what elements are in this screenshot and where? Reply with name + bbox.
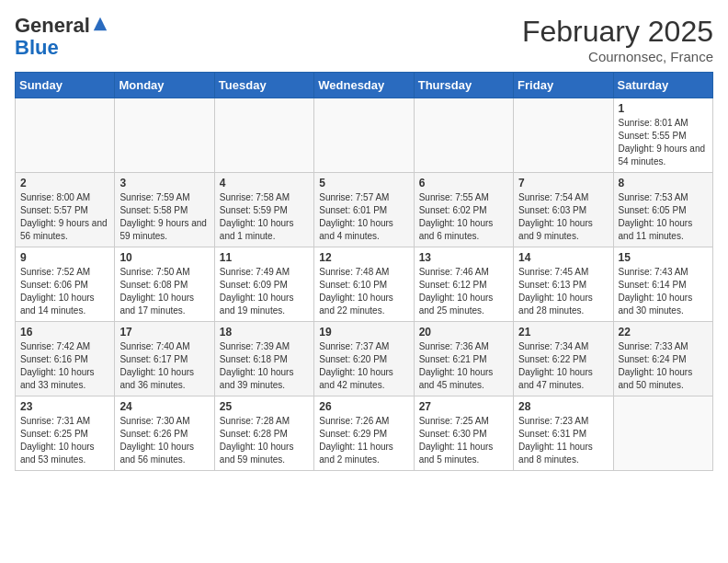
day-number: 14 xyxy=(518,251,608,264)
logo: General Blue xyxy=(15,15,108,59)
day-info: Sunrise: 7:42 AM Sunset: 6:16 PM Dayligh… xyxy=(20,340,109,392)
calendar-cell: 24Sunrise: 7:30 AM Sunset: 6:26 PM Dayli… xyxy=(115,396,214,471)
calendar-cell: 19Sunrise: 7:37 AM Sunset: 6:20 PM Dayli… xyxy=(314,322,414,396)
day-info: Sunrise: 7:31 AM Sunset: 6:25 PM Dayligh… xyxy=(20,415,109,466)
calendar-cell: 2Sunrise: 8:00 AM Sunset: 5:57 PM Daylig… xyxy=(16,173,115,247)
calendar-week-row: 1Sunrise: 8:01 AM Sunset: 5:55 PM Daylig… xyxy=(16,98,713,173)
day-number: 26 xyxy=(319,400,408,413)
day-info: Sunrise: 7:59 AM Sunset: 5:58 PM Dayligh… xyxy=(119,191,209,243)
day-info: Sunrise: 7:34 AM Sunset: 6:22 PM Dayligh… xyxy=(518,340,608,392)
calendar-cell: 25Sunrise: 7:28 AM Sunset: 6:28 PM Dayli… xyxy=(214,396,313,471)
calendar-cell: 12Sunrise: 7:48 AM Sunset: 6:10 PM Dayli… xyxy=(314,247,414,322)
calendar-cell: 22Sunrise: 7:33 AM Sunset: 6:24 PM Dayli… xyxy=(613,322,712,396)
day-info: Sunrise: 7:30 AM Sunset: 6:26 PM Dayligh… xyxy=(119,415,209,466)
svg-marker-0 xyxy=(94,17,107,30)
logo-general-text: General xyxy=(15,14,90,37)
day-info: Sunrise: 7:26 AM Sunset: 6:29 PM Dayligh… xyxy=(319,415,408,466)
calendar-cell: 14Sunrise: 7:45 AM Sunset: 6:13 PM Dayli… xyxy=(514,247,613,322)
calendar-cell: 11Sunrise: 7:49 AM Sunset: 6:09 PM Dayli… xyxy=(214,247,313,322)
day-number: 12 xyxy=(319,251,408,264)
day-info: Sunrise: 7:23 AM Sunset: 6:31 PM Dayligh… xyxy=(518,415,608,466)
day-info: Sunrise: 7:50 AM Sunset: 6:08 PM Dayligh… xyxy=(119,266,209,317)
day-number: 11 xyxy=(220,251,309,264)
day-number: 4 xyxy=(220,177,309,190)
day-info: Sunrise: 7:33 AM Sunset: 6:24 PM Dayligh… xyxy=(619,340,708,392)
calendar-week-row: 23Sunrise: 7:31 AM Sunset: 6:25 PM Dayli… xyxy=(16,396,713,471)
day-info: Sunrise: 8:01 AM Sunset: 5:55 PM Dayligh… xyxy=(619,117,708,168)
calendar-cell xyxy=(514,98,613,173)
title-block: February 2025 Cournonsec, France xyxy=(522,15,713,64)
calendar-cell: 4Sunrise: 7:58 AM Sunset: 5:59 PM Daylig… xyxy=(214,173,313,247)
day-info: Sunrise: 7:55 AM Sunset: 6:02 PM Dayligh… xyxy=(419,191,508,243)
calendar-cell: 5Sunrise: 7:57 AM Sunset: 6:01 PM Daylig… xyxy=(314,173,414,247)
calendar-cell: 26Sunrise: 7:26 AM Sunset: 6:29 PM Dayli… xyxy=(314,396,414,471)
calendar-week-row: 9Sunrise: 7:52 AM Sunset: 6:06 PM Daylig… xyxy=(16,247,713,322)
calendar-cell: 9Sunrise: 7:52 AM Sunset: 6:06 PM Daylig… xyxy=(16,247,115,322)
day-info: Sunrise: 7:58 AM Sunset: 5:59 PM Dayligh… xyxy=(220,191,309,243)
day-number: 16 xyxy=(20,326,109,339)
calendar-cell: 16Sunrise: 7:42 AM Sunset: 6:16 PM Dayli… xyxy=(16,322,115,396)
day-number: 7 xyxy=(518,177,608,190)
calendar-cell: 10Sunrise: 7:50 AM Sunset: 6:08 PM Dayli… xyxy=(115,247,214,322)
calendar-table: SundayMondayTuesdayWednesdayThursdayFrid… xyxy=(15,72,713,471)
calendar-cell xyxy=(613,396,712,471)
calendar-cell: 15Sunrise: 7:43 AM Sunset: 6:14 PM Dayli… xyxy=(613,247,712,322)
day-info: Sunrise: 7:52 AM Sunset: 6:06 PM Dayligh… xyxy=(20,266,109,317)
day-number: 19 xyxy=(319,326,408,339)
day-info: Sunrise: 8:00 AM Sunset: 5:57 PM Dayligh… xyxy=(20,191,109,243)
day-info: Sunrise: 7:25 AM Sunset: 6:30 PM Dayligh… xyxy=(419,415,508,466)
calendar-cell: 6Sunrise: 7:55 AM Sunset: 6:02 PM Daylig… xyxy=(414,173,513,247)
day-info: Sunrise: 7:43 AM Sunset: 6:14 PM Dayligh… xyxy=(619,266,708,317)
page-header: General Blue February 2025 Cournonsec, F… xyxy=(15,15,713,64)
day-number: 18 xyxy=(220,326,309,339)
calendar-cell xyxy=(214,98,313,173)
day-number: 21 xyxy=(518,326,608,339)
weekday-header: Monday xyxy=(115,73,214,98)
day-number: 10 xyxy=(119,251,209,264)
day-number: 20 xyxy=(419,326,508,339)
day-info: Sunrise: 7:46 AM Sunset: 6:12 PM Dayligh… xyxy=(419,266,508,317)
location-subtitle: Cournonsec, France xyxy=(522,49,713,64)
month-title: February 2025 xyxy=(522,15,713,49)
weekday-header: Friday xyxy=(514,73,613,98)
day-info: Sunrise: 7:36 AM Sunset: 6:21 PM Dayligh… xyxy=(419,340,508,392)
day-number: 24 xyxy=(119,400,209,413)
day-info: Sunrise: 7:53 AM Sunset: 6:05 PM Dayligh… xyxy=(619,191,708,243)
calendar-header-row: SundayMondayTuesdayWednesdayThursdayFrid… xyxy=(16,73,713,98)
calendar-cell: 27Sunrise: 7:25 AM Sunset: 6:30 PM Dayli… xyxy=(414,396,513,471)
day-number: 28 xyxy=(518,400,608,413)
weekday-header: Saturday xyxy=(613,73,712,98)
calendar-cell: 28Sunrise: 7:23 AM Sunset: 6:31 PM Dayli… xyxy=(514,396,613,471)
day-number: 8 xyxy=(619,177,708,190)
day-number: 25 xyxy=(220,400,309,413)
weekday-header: Wednesday xyxy=(314,73,414,98)
calendar-cell: 18Sunrise: 7:39 AM Sunset: 6:18 PM Dayli… xyxy=(214,322,313,396)
calendar-cell: 17Sunrise: 7:40 AM Sunset: 6:17 PM Dayli… xyxy=(115,322,214,396)
day-info: Sunrise: 7:49 AM Sunset: 6:09 PM Dayligh… xyxy=(220,266,309,317)
calendar-cell: 8Sunrise: 7:53 AM Sunset: 6:05 PM Daylig… xyxy=(613,173,712,247)
calendar-cell xyxy=(115,98,214,173)
calendar-week-row: 2Sunrise: 8:00 AM Sunset: 5:57 PM Daylig… xyxy=(16,173,713,247)
day-info: Sunrise: 7:45 AM Sunset: 6:13 PM Dayligh… xyxy=(518,266,608,317)
calendar-cell xyxy=(314,98,414,173)
day-number: 27 xyxy=(419,400,508,413)
day-info: Sunrise: 7:28 AM Sunset: 6:28 PM Dayligh… xyxy=(220,415,309,466)
logo-icon xyxy=(92,16,108,32)
calendar-cell: 21Sunrise: 7:34 AM Sunset: 6:22 PM Dayli… xyxy=(514,322,613,396)
day-number: 1 xyxy=(619,102,708,115)
weekday-header: Tuesday xyxy=(214,73,313,98)
day-info: Sunrise: 7:57 AM Sunset: 6:01 PM Dayligh… xyxy=(319,191,408,243)
day-number: 3 xyxy=(119,177,209,190)
day-info: Sunrise: 7:48 AM Sunset: 6:10 PM Dayligh… xyxy=(319,266,408,317)
calendar-cell: 13Sunrise: 7:46 AM Sunset: 6:12 PM Dayli… xyxy=(414,247,513,322)
calendar-cell: 7Sunrise: 7:54 AM Sunset: 6:03 PM Daylig… xyxy=(514,173,613,247)
day-number: 13 xyxy=(419,251,508,264)
weekday-header: Thursday xyxy=(414,73,513,98)
day-number: 5 xyxy=(319,177,408,190)
day-info: Sunrise: 7:40 AM Sunset: 6:17 PM Dayligh… xyxy=(119,340,209,392)
calendar-cell: 20Sunrise: 7:36 AM Sunset: 6:21 PM Dayli… xyxy=(414,322,513,396)
day-number: 17 xyxy=(119,326,209,339)
day-number: 15 xyxy=(619,251,708,264)
weekday-header: Sunday xyxy=(16,73,115,98)
calendar-week-row: 16Sunrise: 7:42 AM Sunset: 6:16 PM Dayli… xyxy=(16,322,713,396)
